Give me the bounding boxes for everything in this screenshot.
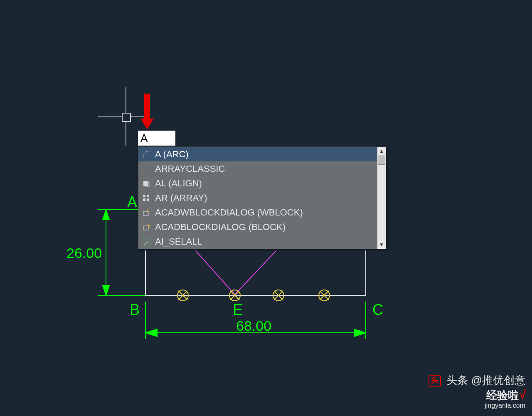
footer-url: jingyanla.com xyxy=(429,402,525,409)
dropdown-item[interactable]: ACADWBLOCKDIALOG (WBLOCK) xyxy=(138,205,377,220)
dropdown-item-label: A (ARC) xyxy=(155,149,189,160)
scroll-thumb[interactable] xyxy=(378,155,385,165)
dropdown-item-label: ACADWBLOCKDIALOG (WBLOCK) xyxy=(155,207,303,218)
selall-icon xyxy=(142,237,151,246)
blank-icon xyxy=(142,164,151,173)
svg-rect-31 xyxy=(143,198,145,201)
array-icon xyxy=(142,193,151,203)
svg-line-4 xyxy=(235,250,276,295)
dropdown-item-label: AR (ARRAY) xyxy=(155,193,207,203)
point-label-b: B xyxy=(130,301,140,318)
block-icon xyxy=(142,223,151,232)
red-arrow-annotation xyxy=(140,94,154,129)
svg-line-3 xyxy=(195,250,235,295)
align-icon xyxy=(142,179,151,188)
svg-marker-20 xyxy=(103,210,109,220)
footer-prefix: 头条 xyxy=(446,374,468,386)
svg-marker-25 xyxy=(145,329,157,337)
dim-vertical-label: 26.00 xyxy=(66,245,102,261)
svg-rect-34 xyxy=(143,226,148,230)
svg-rect-30 xyxy=(147,195,149,197)
arc-icon xyxy=(142,150,151,159)
dropdown-item-label: AI_SELALL xyxy=(155,236,202,247)
dropdown-item[interactable]: AI_SELALL xyxy=(138,234,377,249)
point-label-a: A xyxy=(127,193,137,210)
dropdown-item-label: ACADBLOCKDIALOG (BLOCK) xyxy=(155,222,286,233)
scroll-up-icon[interactable]: ▲ xyxy=(379,148,384,154)
command-input[interactable]: A xyxy=(138,131,175,146)
toutiao-logo-icon: 头 xyxy=(429,375,441,387)
dropdown-item[interactable]: AL (ALIGN) xyxy=(138,176,377,191)
footer-brand: 经验啦 xyxy=(486,389,519,401)
dropdown-item[interactable]: AR (ARRAY) xyxy=(138,191,377,205)
wblock-icon xyxy=(142,208,151,217)
check-icon: √ xyxy=(519,388,525,401)
dropdown-item[interactable]: ARRAYCLASSIC xyxy=(138,161,377,176)
dropdown-item-label: AL (ALIGN) xyxy=(155,178,202,189)
dropdown-scrollbar[interactable]: ▲ ▼ xyxy=(377,147,386,249)
scroll-down-icon[interactable]: ▼ xyxy=(379,242,384,248)
cad-canvas[interactable]: 26.00 68.00 A B E C 推优创意 A xyxy=(0,0,532,416)
dropdown-list: A (ARC) ARRAYCLASSIC AL (ALIGN) xyxy=(138,147,377,249)
autocomplete-dropdown[interactable]: A (ARC) ARRAYCLASSIC AL (ALIGN) xyxy=(138,146,386,249)
dropdown-item[interactable]: A (ARC) xyxy=(138,147,377,161)
svg-rect-29 xyxy=(143,195,145,197)
svg-marker-21 xyxy=(103,285,109,295)
point-label-c: C xyxy=(372,301,383,318)
dropdown-item-label: ARRAYCLASSIC xyxy=(155,163,225,174)
point-label-e: E xyxy=(233,301,243,318)
footer-handle: @推优创意 xyxy=(471,374,525,386)
footer-watermark: 头 头条 @推优创意 经验啦√ jingyanla.com xyxy=(429,373,525,409)
dropdown-item[interactable]: ACADBLOCKDIALOG (BLOCK) xyxy=(138,220,377,234)
svg-rect-32 xyxy=(147,198,149,201)
svg-marker-26 xyxy=(354,329,366,337)
svg-rect-27 xyxy=(143,181,148,186)
svg-rect-33 xyxy=(143,211,148,215)
dim-horizontal-label: 68.00 xyxy=(236,318,271,334)
